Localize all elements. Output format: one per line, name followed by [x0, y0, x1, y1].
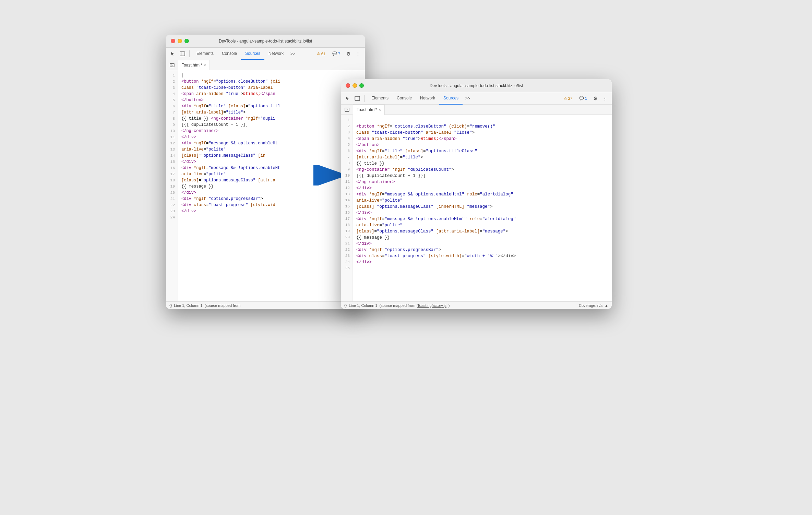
code-line: aria-live="polite" — [356, 197, 608, 203]
svg-marker-10 — [347, 109, 348, 110]
comment-badge-front[interactable]: 💬 1 — [577, 95, 589, 101]
code-line — [356, 265, 608, 271]
toolbar-back: Elements Console Sources Network >> ⚠ 61… — [166, 48, 365, 60]
settings-icon-front[interactable]: ⚙ — [591, 94, 599, 103]
cursor-icon-front[interactable] — [344, 94, 352, 103]
panel-toggle-front[interactable] — [344, 106, 350, 113]
code-line: class="toast-close-button" aria-label="C… — [356, 129, 608, 135]
separator-1-front — [364, 95, 365, 102]
code-lines-front: <button *ngIf="options.closeButton" (cli… — [353, 115, 612, 301]
format-icon-back[interactable]: {} — [169, 303, 172, 308]
tab-elements-back[interactable]: Elements — [192, 48, 218, 60]
maximize-button-back[interactable] — [184, 39, 189, 43]
file-tab-toast-back[interactable]: Toast.html* × — [178, 60, 210, 70]
scroll-up-front[interactable]: ▲ — [605, 303, 608, 308]
warning-badge-back[interactable]: ⚠ 61 — [315, 51, 327, 57]
separator-1-back — [189, 50, 190, 57]
panel-icon-back[interactable] — [178, 50, 187, 58]
code-line: <div *ngIf="options.progressBar"> — [356, 247, 608, 253]
code-line: <button *ngIf="options.closeButton" (cli… — [356, 123, 608, 129]
traffic-lights-back — [166, 39, 189, 43]
code-line: {{ title }} — [356, 160, 608, 166]
source-map-link-front[interactable]: Toast.ngfactory.js — [417, 303, 446, 308]
tab-more-back[interactable]: >> — [288, 51, 298, 56]
warning-count-back: 61 — [321, 52, 325, 56]
line-numbers-back: 12345 678910 1112131415 1617181920 21222… — [166, 70, 178, 301]
code-line: <div *ngIf="title" [class]="options.titl… — [356, 148, 608, 154]
window-title-back: DevTools - angular-sample-todo-list.stac… — [219, 39, 312, 44]
code-line: </div> — [356, 259, 608, 265]
devtools-front-window: DevTools - angular-sample-todo-list.stac… — [341, 79, 612, 309]
status-bar-front: {} Line 1, Column 1 (source mapped from … — [341, 301, 612, 309]
code-line: <div class="toast-progress" [style.width… — [356, 253, 608, 259]
toolbar-front: Elements Console Network Sources >> ⚠ 27… — [341, 92, 612, 105]
warning-badge-front[interactable]: ⚠ 27 — [562, 95, 574, 101]
comment-count-back: 7 — [338, 52, 340, 56]
tab-more-front[interactable]: >> — [463, 96, 473, 101]
window-title-front: DevTools - angular-sample-todo-list.stac… — [430, 83, 523, 88]
source-map-back: (source mapped from — [205, 303, 241, 308]
more-options-icon-back[interactable]: ⋮ — [354, 50, 362, 58]
warning-icon-front: ⚠ — [564, 96, 567, 100]
minimize-button-back[interactable] — [178, 39, 182, 43]
title-bar-back: DevTools - angular-sample-todo-list.stac… — [166, 35, 365, 48]
close-button-back[interactable] — [171, 39, 175, 43]
tab-bar-back: Elements Console Sources Network >> — [192, 48, 298, 60]
more-options-icon-front[interactable]: ⋮ — [601, 94, 609, 103]
comment-icon-back: 💬 — [332, 51, 337, 56]
close-paren-front: ) — [449, 303, 450, 308]
maximize-button-front[interactable] — [359, 83, 364, 88]
status-bar-back: {} Line 1, Column 1 (source mapped from — [166, 301, 365, 309]
code-line: </div> — [356, 185, 608, 191]
settings-icon-back[interactable]: ⚙ — [344, 50, 353, 58]
warning-count-front: 27 — [568, 96, 572, 100]
code-line: </div> — [356, 209, 608, 216]
code-line: </ng-container> — [356, 179, 608, 185]
file-tab-toast-front[interactable]: Toast.html* × — [353, 105, 385, 115]
coverage-front: Coverage: n/a — [579, 303, 602, 308]
code-lines-back: | <button *ngIf="options.closeButton" (c… — [178, 70, 365, 301]
code-line: <ng-container *ngIf="duplicatesCount"> — [356, 166, 608, 172]
code-line: {{ message }} — [356, 234, 608, 240]
file-tab-name-front: Toast.html* — [357, 107, 377, 112]
file-tab-bar-front: Toast.html* × — [341, 105, 612, 115]
traffic-lights-front — [341, 83, 364, 88]
close-button-front[interactable] — [346, 83, 350, 88]
tab-console-front[interactable]: Console — [393, 92, 416, 105]
code-area-back[interactable]: 12345 678910 1112131415 1617181920 21222… — [166, 70, 365, 301]
cursor-position-front: Line 1, Column 1 — [349, 303, 377, 308]
code-line: [class]="options.messageClass" [innerHTM… — [356, 203, 608, 209]
tab-console-back[interactable]: Console — [218, 48, 241, 60]
tab-network-front[interactable]: Network — [416, 92, 439, 105]
file-tab-name-back: Toast.html* — [182, 63, 202, 68]
tab-sources-back[interactable]: Sources — [241, 48, 264, 60]
code-line: </button> — [356, 142, 608, 148]
title-bar-front: DevTools - angular-sample-todo-list.stac… — [341, 79, 612, 92]
code-line: <div *ngIf="message && options.enableHtm… — [356, 191, 608, 197]
minimize-button-front[interactable] — [353, 83, 357, 88]
code-line: [{{ duplicatesCount + 1 }}] — [356, 172, 608, 179]
file-tab-close-front[interactable]: × — [379, 108, 381, 112]
code-line: [class]="options.messageClass" [attr.ari… — [356, 228, 608, 234]
format-icon-front[interactable]: {} — [344, 303, 347, 308]
panel-icon-front[interactable] — [353, 94, 361, 103]
tab-bar-front: Elements Console Network Sources >> — [367, 92, 473, 105]
svg-rect-6 — [355, 96, 360, 100]
cursor-icon-back[interactable] — [169, 50, 177, 58]
svg-rect-0 — [180, 52, 185, 56]
svg-marker-4 — [172, 64, 173, 66]
code-line: </div> — [356, 240, 608, 247]
line-numbers-front: 12345 678910 1112131415 1617181920 21222… — [341, 115, 353, 301]
tab-elements-front[interactable]: Elements — [367, 92, 393, 105]
tab-network-back[interactable]: Network — [264, 48, 288, 60]
code-line: [attr.aria-label]="title"> — [356, 154, 608, 160]
code-line: <span aria-hidden="true">&times;</span> — [356, 135, 608, 142]
panel-toggle-back[interactable] — [169, 62, 176, 69]
file-tab-close-back[interactable]: × — [204, 63, 206, 67]
code-area-front[interactable]: 12345 678910 1112131415 1617181920 21222… — [341, 115, 612, 301]
tab-sources-front[interactable]: Sources — [439, 92, 463, 105]
cursor-position-back: Line 1, Column 1 — [174, 303, 202, 308]
comment-icon-front: 💬 — [579, 96, 584, 100]
comment-badge-back[interactable]: 💬 7 — [330, 51, 342, 57]
source-map-front: (source mapped from — [380, 303, 416, 308]
